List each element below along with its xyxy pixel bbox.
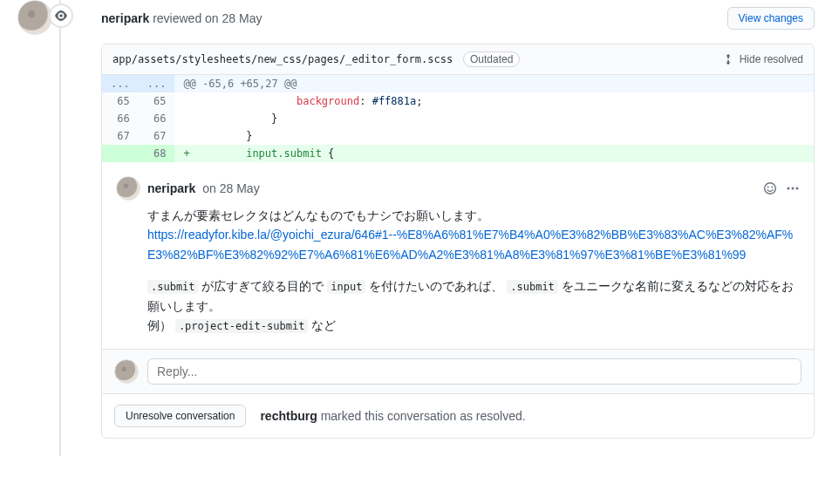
diff-table: ... ... @@ -65,6 +65,27 @@ 6565 backgrou… bbox=[102, 75, 814, 162]
inline-code: .submit bbox=[147, 280, 199, 294]
view-changes-button[interactable]: View changes bbox=[727, 7, 815, 30]
comment-date[interactable]: on 28 May bbox=[202, 181, 259, 195]
review-author[interactable]: neripark bbox=[101, 11, 149, 25]
unresolve-conversation-button[interactable]: Unresolve conversation bbox=[114, 405, 246, 427]
svg-point-0 bbox=[59, 14, 63, 17]
comment-paragraph: .submit が広すぎて絞る目的で input を付けたいのであれば、 .su… bbox=[147, 276, 800, 316]
svg-point-4 bbox=[788, 187, 790, 190]
comment-actions-menu[interactable] bbox=[786, 181, 800, 195]
diff-row[interactable]: 6666 } bbox=[102, 110, 814, 127]
inline-code: .project-edit-submit bbox=[175, 319, 309, 333]
diff-hunk-header[interactable]: ... ... @@ -65,6 +65,27 @@ bbox=[102, 75, 814, 92]
reply-input[interactable] bbox=[147, 358, 801, 385]
diff-row[interactable]: 6565 background: #ff881a; bbox=[102, 92, 814, 110]
comment-paragraph: すまんが要素セレクタはどんなものでもナシでお願いします。 bbox=[147, 206, 800, 225]
avatar[interactable] bbox=[114, 359, 139, 384]
svg-point-5 bbox=[792, 187, 794, 190]
smiley-icon bbox=[763, 181, 777, 195]
hide-resolved-button[interactable]: Hide resolved bbox=[722, 53, 803, 65]
file-path[interactable]: app/assets/stylesheets/new_css/pages/_ed… bbox=[113, 53, 453, 65]
review-event-icon bbox=[49, 3, 73, 28]
diff-row[interactable]: 6767 } bbox=[102, 127, 814, 145]
resolved-status-text: rechtburg marked this conversation as re… bbox=[260, 409, 525, 423]
comment-paragraph: 例） .project-edit-submit など bbox=[147, 316, 800, 335]
review-comment: neripark on 28 May すまんが要素セレクタはどんなものでもナシで… bbox=[102, 162, 814, 349]
outdated-badge: Outdated bbox=[463, 51, 520, 67]
timeline-line bbox=[59, 0, 61, 456]
svg-point-2 bbox=[767, 187, 769, 188]
inline-code: .submit bbox=[507, 280, 558, 294]
comment-author[interactable]: neripark bbox=[147, 181, 195, 195]
avatar[interactable] bbox=[17, 0, 52, 35]
kebab-icon bbox=[786, 181, 800, 195]
svg-point-1 bbox=[765, 183, 776, 194]
diff-row[interactable]: 68+ input.submit { bbox=[102, 145, 814, 162]
review-header-text: neripark reviewed on 28 May bbox=[101, 11, 262, 25]
comment-link[interactable]: https://readyfor.kibe.la/@yoichi_ezura/6… bbox=[147, 228, 793, 261]
inline-code: input bbox=[327, 280, 365, 294]
review-date[interactable]: 28 May bbox=[222, 11, 263, 25]
eye-icon bbox=[54, 9, 68, 23]
avatar[interactable] bbox=[116, 176, 140, 201]
review-box: app/assets/stylesheets/new_css/pages/_ed… bbox=[101, 44, 815, 439]
add-reaction-button[interactable] bbox=[763, 181, 777, 195]
svg-point-6 bbox=[796, 187, 799, 190]
unfold-icon bbox=[722, 53, 734, 65]
svg-point-3 bbox=[771, 187, 773, 188]
